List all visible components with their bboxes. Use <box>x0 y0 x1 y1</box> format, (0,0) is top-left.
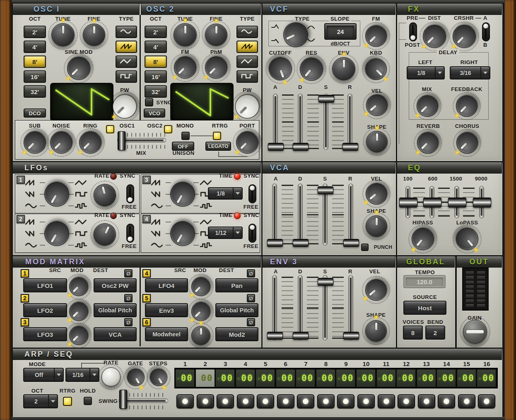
vcf-vel-knob[interactable] <box>366 94 388 116</box>
env3-release-slider-track[interactable] <box>348 275 353 340</box>
lfo1-wave-knob[interactable] <box>44 182 69 207</box>
osc2-oct-32-button[interactable]: 32' <box>145 85 167 98</box>
lfo4-wave-knob[interactable] <box>170 221 195 246</box>
osc2-type-saw-button[interactable] <box>236 41 258 53</box>
mm-slot3-mod-knob[interactable] <box>69 326 88 345</box>
osc2-fm-knob[interactable] <box>174 56 196 79</box>
mix-slider-handle[interactable] <box>118 131 125 150</box>
osc2-oct-4-button[interactable]: 4' <box>145 41 167 53</box>
fx-chorus-knob[interactable] <box>456 132 478 154</box>
vca-attack-slider-handle[interactable] <box>267 239 283 247</box>
arp-rtrg-led-button[interactable] <box>63 397 72 406</box>
step-enable-button[interactable] <box>357 394 375 408</box>
step-enable-button[interactable] <box>438 394 455 408</box>
step-enable-button[interactable] <box>418 394 435 408</box>
chevron-down-icon[interactable] <box>435 67 444 79</box>
chevron-down-icon[interactable] <box>233 227 242 238</box>
fx-reverb-knob[interactable] <box>417 132 439 154</box>
step-value-display[interactable]: 00 <box>216 369 234 387</box>
vcf-sustain-slider-handle[interactable] <box>318 95 334 103</box>
vca-vel-knob[interactable] <box>366 183 387 205</box>
step-enable-button[interactable] <box>197 394 214 408</box>
eq-hipass-knob[interactable] <box>412 228 434 250</box>
chevron-down-icon[interactable] <box>233 188 242 199</box>
step-value-display[interactable]: 00 <box>196 369 215 387</box>
osc1-oct-8-button[interactable]: 8' <box>24 56 46 68</box>
step-value-display[interactable]: 00 <box>316 369 335 387</box>
sample-hold-wave-icon[interactable] <box>200 202 214 210</box>
chevron-down-icon[interactable] <box>48 395 57 408</box>
arp-oct-dropdown[interactable]: 2 <box>23 394 58 408</box>
step-enable-button[interactable] <box>398 394 415 408</box>
eq-9000-slider-handle[interactable] <box>473 198 491 208</box>
square-wave-icon[interactable] <box>75 230 89 237</box>
fx-pre-post-toggle[interactable] <box>409 22 417 41</box>
mm-slot6-src-button[interactable]: Modwheel <box>145 327 188 341</box>
mm-slot5-src-button[interactable]: Env3 <box>145 303 188 317</box>
arp-rate-sync-dropdown[interactable]: 1/16 <box>65 368 99 382</box>
out-gain-knob[interactable] <box>463 320 487 344</box>
sample-hold-wave-icon[interactable] <box>75 202 89 210</box>
fx-delay-right-dropdown[interactable]: 3/16 <box>450 66 490 80</box>
fx-mix-knob[interactable] <box>417 95 438 117</box>
vcf-fm-knob[interactable] <box>365 25 387 47</box>
vcf-decay-slider-handle[interactable] <box>293 143 309 151</box>
mm-slot6-mod-knob[interactable] <box>191 326 210 345</box>
sine-wave-icon[interactable] <box>151 241 165 249</box>
saw-up-wave-icon[interactable] <box>25 218 39 226</box>
global-source-button[interactable]: Host <box>403 301 446 315</box>
vcf-type-knob[interactable] <box>283 22 308 47</box>
env3-shape-knob[interactable] <box>365 320 387 342</box>
lfo3-time-dropdown[interactable]: 1/8 <box>208 187 243 200</box>
triangle-wave-icon[interactable] <box>75 218 89 226</box>
vca-attack-slider-track[interactable] <box>272 183 277 246</box>
env3-attack-slider-handle[interactable] <box>267 332 283 340</box>
arp-hold-button[interactable] <box>84 397 92 405</box>
step-value-display[interactable]: 00 <box>276 369 295 387</box>
osc2-fine-knob[interactable] <box>205 24 227 46</box>
step-enable-button[interactable] <box>257 394 274 408</box>
ring-knob[interactable] <box>79 131 101 154</box>
lfo4-time-dropdown[interactable]: 1/12 <box>208 227 243 239</box>
rtrg-led-button[interactable] <box>213 132 221 140</box>
osc2-phm-knob[interactable] <box>205 56 227 79</box>
fx-dist-knob[interactable] <box>423 25 446 48</box>
chevron-down-icon[interactable] <box>480 67 489 79</box>
legato-button[interactable]: LEGATO <box>205 142 231 151</box>
fx-delay-left-dropdown[interactable]: 1/8 <box>407 66 445 80</box>
triangle-wave-icon[interactable] <box>200 218 214 226</box>
saw-down-wave-icon[interactable] <box>151 191 165 198</box>
arp-rate-knob[interactable] <box>101 367 121 386</box>
osc1-fine-knob[interactable] <box>83 24 105 46</box>
mm-slot6-dest-button[interactable]: Mod2 <box>215 327 258 341</box>
osc2-type-sine-button[interactable] <box>236 26 258 38</box>
vcf-cutoff-knob[interactable] <box>269 57 292 80</box>
vcf-kbd-knob[interactable] <box>365 58 387 80</box>
saw-down-wave-icon[interactable] <box>151 230 165 237</box>
mm-slot4-dest-button[interactable]: Pan <box>215 278 258 292</box>
osc1-oct-2-button[interactable]: 2' <box>24 26 46 38</box>
vca-decay-slider-track[interactable] <box>298 183 303 246</box>
sine-wave-icon[interactable] <box>151 202 165 210</box>
osc1-oct-16-button[interactable]: 16' <box>24 70 46 83</box>
lfo4-free-toggle[interactable] <box>248 224 256 243</box>
saw-up-wave-icon[interactable] <box>151 179 165 186</box>
lfo2-wave-knob[interactable] <box>44 221 69 246</box>
mm-slot5-mod-knob[interactable] <box>191 302 210 321</box>
osc2-vco-button[interactable]: VCO <box>144 109 165 118</box>
step-enable-button[interactable] <box>337 394 354 408</box>
mm-slot5-dest-button[interactable]: Global Pitch <box>215 303 258 317</box>
vcf-decay-slider-track[interactable] <box>298 94 303 150</box>
osc1-tune-knob[interactable] <box>51 23 75 46</box>
osc2-pw-knob[interactable] <box>235 94 259 118</box>
saw-down-wave-icon[interactable] <box>25 191 39 198</box>
lfo1-rate-knob[interactable] <box>94 184 116 206</box>
step-enable-button[interactable] <box>277 394 294 408</box>
saw-up-wave-icon[interactable] <box>151 218 165 226</box>
osc1-sine-mod-knob[interactable] <box>67 57 90 80</box>
vcf-release-slider-track[interactable] <box>347 94 352 150</box>
vca-decay-slider-handle[interactable] <box>293 239 309 247</box>
osc2-oct-16-button[interactable]: 16' <box>145 70 167 83</box>
mm-slot1-bypass-button[interactable]: Ø <box>124 269 133 278</box>
env3-sustain-slider-handle[interactable] <box>318 278 333 286</box>
